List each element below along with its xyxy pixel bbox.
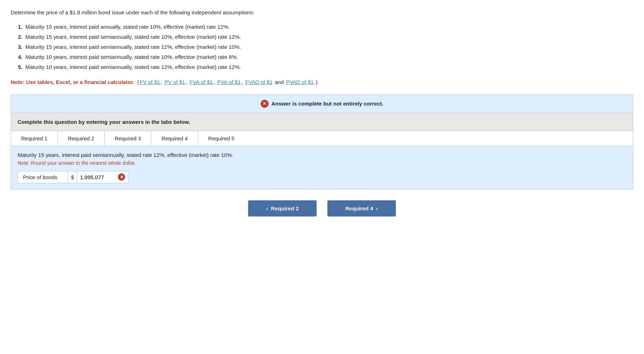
item-text: Maturity 15 years, interest paid semiann… (25, 34, 241, 40)
list-item: 2. Maturity 15 years, interest paid semi… (18, 33, 633, 41)
item-text: Maturity 10 years, interest paid semiann… (25, 54, 238, 60)
note-links: (FV of $1, PV of $1, FVA of $1, PVA of $… (136, 79, 317, 85)
answer-banner-text: Answer is complete but not entirely corr… (271, 101, 384, 107)
list-item: 5. Maturity 10 years, interest paid semi… (18, 63, 633, 71)
item-text: Maturity 10 years, interest paid semiann… (25, 64, 241, 70)
error-icon: ✕ (261, 100, 269, 108)
price-input[interactable] (80, 174, 116, 180)
item-text: Maturity 15 years, interest paid annuall… (25, 24, 230, 30)
fva-link[interactable]: FVA of $1 (190, 79, 213, 85)
list-item: 1. Maturity 15 years, interest paid annu… (18, 23, 633, 31)
pva-link[interactable]: PVA of $1 (217, 79, 241, 85)
nav-buttons: ‹ Required 2 Required 4 › (11, 200, 633, 216)
price-row: Price of bonds $ ✕ (18, 171, 128, 183)
tab-description: Maturity 15 years, interest paid semiann… (18, 152, 626, 158)
tabs-row: Required 1 Required 2 Required 3 Require… (11, 131, 633, 146)
note-bold-text: Note: Use tables, Excel, or a financial … (11, 79, 134, 85)
fvad-link[interactable]: FVAD of $1 (245, 79, 273, 85)
tab-note: Note: Round your answer to the nearest w… (18, 160, 626, 166)
note-line: Note: Use tables, Excel, or a financial … (11, 78, 633, 87)
item-text: Maturity 15 years, interest paid semiann… (25, 44, 241, 50)
answer-banner: ✕ Answer is complete but not entirely co… (11, 94, 633, 113)
tab-required-2[interactable]: Required 2 (58, 131, 104, 146)
pvad-link[interactable]: PVAD of $1 (286, 79, 313, 85)
prev-chevron-icon: ‹ (266, 205, 268, 211)
item-num: 4. (18, 54, 23, 60)
item-num: 5. (18, 64, 23, 70)
tabs-wrapper: Required 1 Required 2 Required 3 Require… (11, 131, 633, 190)
price-of-bonds-label: Price of bonds (18, 171, 68, 183)
clear-button[interactable]: ✕ (118, 173, 125, 181)
complete-instruction: Complete this question by entering your … (11, 113, 633, 131)
list-item: 4. Maturity 10 years, interest paid semi… (18, 53, 633, 61)
intro-title: Determine the price of a $1.8 million bo… (11, 9, 633, 17)
next-chevron-icon: › (376, 205, 378, 211)
pv-link[interactable]: PV of $1 (165, 79, 185, 85)
tab-required-5[interactable]: Required 5 (198, 131, 245, 146)
tab-required-1[interactable]: Required 1 (11, 131, 58, 146)
item-num: 1. (18, 24, 23, 30)
list-item: 3. Maturity 15 years, interest paid semi… (18, 43, 633, 51)
tab-required-3[interactable]: Required 3 (105, 131, 151, 146)
dollar-sign: $ (68, 171, 77, 183)
item-num: 2. (18, 34, 23, 40)
fv-link[interactable]: FV of $1 (140, 79, 160, 85)
complete-instruction-text: Complete this question by entering your … (18, 119, 190, 125)
next-required-button[interactable]: Required 4 › (327, 200, 396, 216)
next-button-label: Required 4 (345, 205, 373, 211)
prev-required-button[interactable]: ‹ Required 2 (248, 200, 317, 216)
tab-content: Maturity 15 years, interest paid semiann… (11, 146, 633, 189)
prev-button-label: Required 2 (271, 205, 299, 211)
item-num: 3. (18, 44, 23, 50)
price-input-wrap: ✕ (77, 172, 128, 182)
assumptions-list: 1. Maturity 15 years, interest paid annu… (18, 23, 633, 71)
tab-required-4[interactable]: Required 4 (151, 131, 198, 146)
